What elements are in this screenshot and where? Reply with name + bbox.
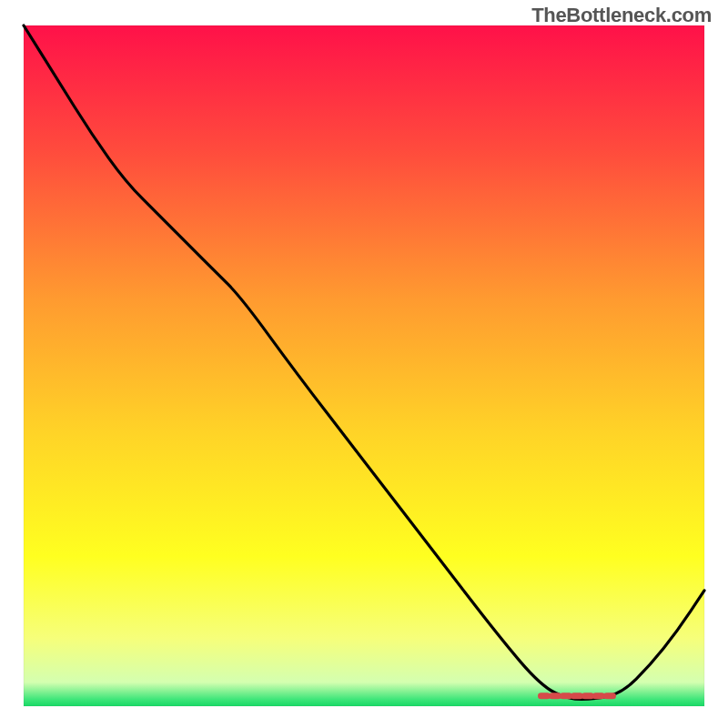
watermark-label: TheBottleneck.com xyxy=(531,4,712,27)
plot-background xyxy=(24,25,704,706)
bottleneck-chart xyxy=(0,0,728,728)
